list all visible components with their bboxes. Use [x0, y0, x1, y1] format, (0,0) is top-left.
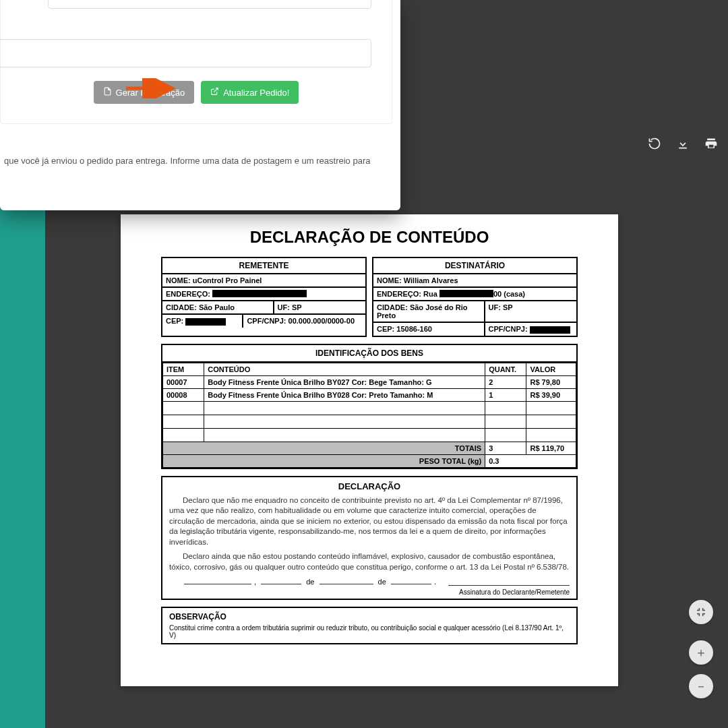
rem-cidade: São Paulo	[199, 303, 235, 311]
decl-header: DECLARAÇÃO	[169, 481, 570, 491]
remetente-box: REMETENTE NOME: uControl Pro Painel ENDE…	[161, 257, 367, 337]
peso-label: PESO TOTAL (kg)	[163, 454, 485, 467]
print-icon[interactable]	[704, 137, 718, 154]
rem-uf-label: UF:	[278, 303, 290, 311]
rem-end-label: ENDEREÇO:	[166, 290, 210, 298]
dest-header: DESTINATÁRIO	[373, 258, 576, 274]
rem-cpf: 00.000.000/0000-00	[289, 317, 355, 325]
textarea-stub[interactable]	[0, 39, 371, 67]
col-item: ITEM	[163, 363, 204, 375]
zoom-in-button[interactable]: ＋	[689, 640, 713, 665]
dest-end-label: ENDEREÇO:	[377, 290, 421, 298]
pdf-page: DECLARAÇÃO DE CONTEÚDO REMETENTE NOME: u…	[121, 214, 618, 686]
obs-text: Constitui crime contra a ordem tributári…	[169, 624, 570, 639]
signature-row: , de de .	[169, 578, 570, 586]
dest-cep: 15086-160	[396, 325, 432, 333]
observacao-box: OBSERVAÇÃO Constitui crime contra a orde…	[161, 607, 578, 644]
table-row: 00007 Body Fitness Frente Única Brilho B…	[163, 375, 576, 388]
table-row	[163, 415, 576, 428]
obs-header: OBSERVAÇÃO	[169, 612, 570, 621]
rem-nome-label: NOME:	[166, 276, 191, 284]
totais-quant: 3	[485, 442, 526, 454]
download-icon[interactable]	[676, 137, 690, 154]
remetente-header: REMETENTE	[162, 258, 365, 274]
goods-box: IDENTIFICAÇÃO DOS BENS ITEM CONTEÚDO QUA…	[161, 344, 578, 469]
totais-valor: R$ 119,70	[526, 442, 576, 454]
atualizar-pedido-button[interactable]: Atualizar Pedido!	[201, 81, 299, 104]
share-icon	[210, 87, 219, 98]
form-card: Gerar Declaração Atualizar Pedido!	[0, 0, 392, 124]
decl-p2: Declaro ainda que não estou postando con…	[169, 551, 570, 572]
rem-cpf-label: CPF/CNPJ:	[247, 317, 286, 325]
peso-value: 0.3	[485, 454, 576, 467]
dest-cep-label: CEP:	[377, 325, 394, 333]
rem-end-redacted	[212, 290, 307, 297]
dest-end-redacted	[439, 290, 493, 297]
document-icon	[103, 87, 112, 98]
fit-page-button[interactable]	[689, 600, 713, 624]
rem-cep-redacted	[185, 318, 226, 326]
zoom-out-button[interactable]: －	[689, 674, 713, 698]
col-conteudo: CONTEÚDO	[204, 363, 485, 375]
dest-end-prefix: Rua	[423, 290, 437, 298]
destinatario-box: DESTINATÁRIO NOME: William Alvares ENDER…	[372, 257, 578, 337]
declaracao-box: DECLARAÇÃO Declaro que não me enquadro n…	[161, 476, 578, 601]
arrow-annotation	[126, 78, 179, 98]
dest-cidade-label: CIDADE:	[377, 303, 408, 311]
rotate-icon[interactable]	[648, 137, 661, 154]
dest-uf-label: UF:	[489, 303, 501, 311]
dest-cpf-redacted	[530, 326, 570, 334]
goods-table: ITEM CONTEÚDO QUANT. VALOR 00007 Body Fi…	[162, 363, 576, 468]
dest-nome: William Alvares	[404, 276, 458, 284]
sig-label: Assinatura do Declarante/Remetente	[169, 588, 570, 596]
table-row: 00008 Body Fitness Frente Única Brilho B…	[163, 388, 576, 401]
doc-title: DECLARAÇÃO DE CONTEÚDO	[161, 228, 578, 247]
atualizar-label: Atualizar Pedido!	[223, 88, 289, 98]
rem-uf: SP	[292, 303, 302, 311]
dest-uf: SP	[503, 303, 513, 311]
totais-label: TOTAIS	[163, 442, 485, 454]
table-row	[163, 401, 576, 415]
dest-cpf-label: CPF/CNPJ:	[489, 325, 528, 333]
svg-line-0	[214, 88, 218, 92]
col-valor: VALOR	[526, 363, 576, 375]
overlay-card: Gerar Declaração Atualizar Pedido! que v…	[0, 0, 400, 210]
dest-nome-label: NOME:	[377, 276, 402, 284]
rem-cidade-label: CIDADE:	[166, 303, 197, 311]
rem-nome: uControl Pro Painel	[193, 276, 262, 284]
rem-cep-label: CEP:	[166, 317, 183, 325]
info-text: que você já enviou o pedido para entrega…	[0, 154, 392, 168]
table-row	[163, 428, 576, 442]
col-quant: QUANT.	[485, 363, 526, 375]
decl-p1: Declaro que não me enquadro no conceito …	[169, 495, 570, 548]
dest-end-suffix: 00 (casa)	[493, 290, 525, 298]
goods-header: IDENTIFICAÇÃO DOS BENS	[162, 345, 576, 363]
input-stub[interactable]	[48, 0, 371, 9]
